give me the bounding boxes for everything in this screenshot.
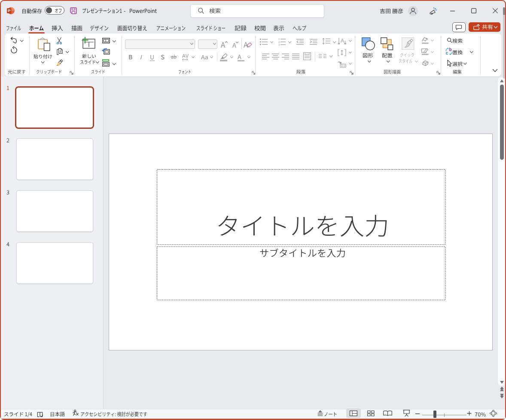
svg-text:A: A <box>341 38 344 44</box>
svg-text:1: 1 <box>278 38 280 40</box>
svg-text:b: b <box>449 47 452 52</box>
svg-text:c: c <box>446 51 448 55</box>
svg-text:3: 3 <box>278 43 280 46</box>
svg-text:2: 2 <box>278 41 280 43</box>
svg-text:P: P <box>8 8 11 13</box>
